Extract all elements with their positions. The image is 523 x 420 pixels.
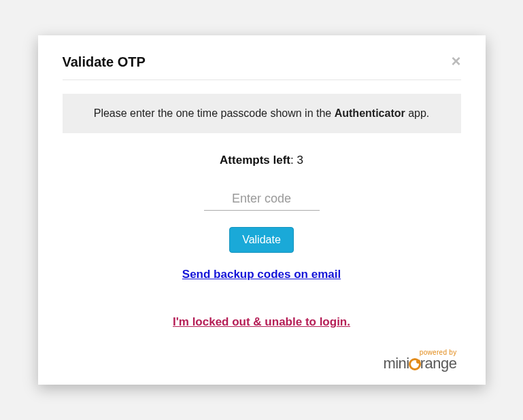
brand-mini: mini — [383, 355, 409, 372]
code-input-wrap — [63, 188, 461, 211]
modal-header: Validate OTP × — [63, 54, 461, 80]
send-backup-codes-link[interactable]: Send backup codes on email — [182, 268, 341, 281]
powered-by-wrap: powered by minirange — [63, 349, 461, 371]
validate-button[interactable]: Validate — [229, 227, 294, 253]
brand-range: range — [420, 355, 457, 372]
validate-button-wrap: Validate — [63, 227, 461, 253]
modal-title: Validate OTP — [63, 54, 146, 70]
otp-code-input[interactable] — [204, 188, 320, 211]
locked-out-link[interactable]: I'm locked out & unable to login. — [173, 315, 350, 328]
instruction-prefix: Please enter the one time passcode shown… — [94, 107, 335, 119]
attempts-label: Attempts left — [220, 154, 290, 167]
instruction-bold: Authenticator — [335, 107, 405, 119]
attempts-value: 3 — [297, 154, 303, 167]
miniorange-logo: minirange — [383, 356, 456, 371]
powered-by-badge: powered by minirange — [383, 349, 456, 371]
otp-validation-modal: Validate OTP × Please enter the one time… — [38, 35, 486, 385]
orange-circle-icon — [409, 358, 421, 370]
backup-link-wrap: Send backup codes on email — [63, 268, 461, 281]
instruction-banner: Please enter the one time passcode shown… — [63, 94, 461, 133]
attempts-remaining: Attempts left: 3 — [63, 154, 461, 167]
locked-out-link-wrap: I'm locked out & unable to login. — [63, 315, 461, 329]
close-icon[interactable]: × — [451, 54, 460, 68]
instruction-suffix: app. — [405, 107, 430, 119]
